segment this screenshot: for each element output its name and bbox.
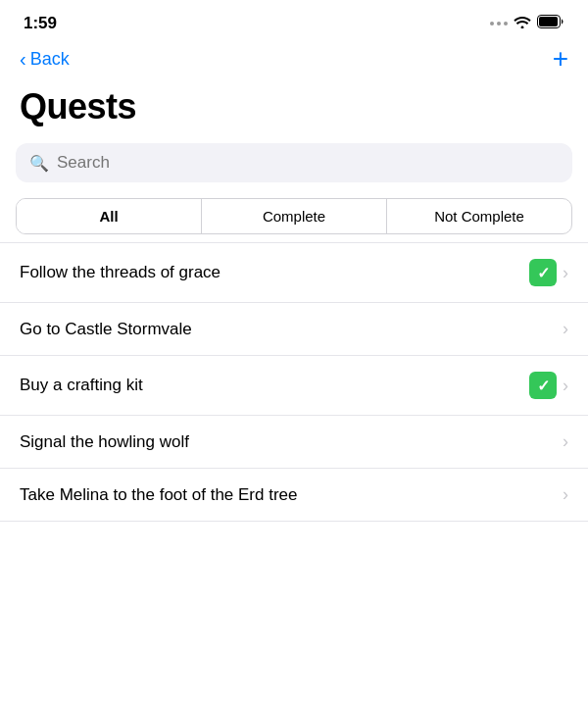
svg-rect-1 <box>539 17 558 26</box>
quest-name: Buy a crafting kit <box>20 376 529 395</box>
quest-name: Signal the howling wolf <box>20 432 563 452</box>
filter-tabs: All Complete Not Complete <box>16 198 572 234</box>
tab-complete[interactable]: Complete <box>202 199 387 233</box>
quest-right: › <box>563 319 568 339</box>
list-item[interactable]: Follow the threads of grace✓› <box>0 242 588 302</box>
quest-name: Follow the threads of grace <box>20 263 529 282</box>
add-button[interactable]: + <box>553 45 568 73</box>
list-item[interactable]: Buy a crafting kit✓› <box>0 355 588 415</box>
quest-right: ✓› <box>529 372 568 399</box>
chevron-right-icon: › <box>563 484 568 505</box>
search-icon: 🔍 <box>29 154 49 173</box>
chevron-right-icon: › <box>563 263 568 283</box>
list-item[interactable]: Take Melina to the foot of the Erd tree› <box>0 468 588 522</box>
search-bar: 🔍 <box>16 143 572 182</box>
search-input[interactable] <box>57 153 559 173</box>
page-title: Quests <box>0 82 588 143</box>
signal-dots-icon <box>490 22 508 25</box>
quest-right: ✓› <box>529 259 568 286</box>
list-item[interactable]: Signal the howling wolf› <box>0 415 588 468</box>
chevron-right-icon: › <box>563 376 568 396</box>
chevron-right-icon: › <box>563 431 568 452</box>
quest-name: Take Melina to the foot of the Erd tree <box>20 485 563 505</box>
status-bar: 1:59 <box>0 0 588 41</box>
quest-right: › <box>563 484 568 505</box>
status-icons <box>490 15 564 32</box>
search-container: 🔍 <box>0 143 588 198</box>
quest-list: Follow the threads of grace✓›Go to Castl… <box>0 242 588 522</box>
complete-badge: ✓ <box>529 372 557 399</box>
quest-name: Go to Castle Stormvale <box>20 320 563 339</box>
tab-not-complete[interactable]: Not Complete <box>387 199 571 233</box>
status-time: 1:59 <box>24 14 57 33</box>
back-label: Back <box>30 49 70 70</box>
wifi-icon <box>514 15 531 32</box>
chevron-right-icon: › <box>563 319 568 339</box>
tab-all[interactable]: All <box>17 199 202 233</box>
complete-badge: ✓ <box>529 259 557 286</box>
back-button[interactable]: ‹ Back <box>20 49 70 70</box>
list-item[interactable]: Go to Castle Stormvale› <box>0 302 588 355</box>
quest-right: › <box>563 431 568 452</box>
battery-icon <box>537 15 564 32</box>
nav-bar: ‹ Back + <box>0 41 588 82</box>
back-chevron-icon: ‹ <box>20 49 26 69</box>
